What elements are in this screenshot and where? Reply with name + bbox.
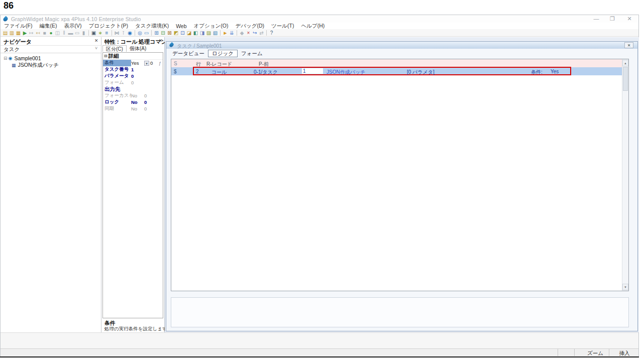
menu-item[interactable]: 表示(V) xyxy=(60,23,85,30)
toolbar-icon[interactable]: ↪ xyxy=(252,30,258,36)
toolbar-icon[interactable]: ◫ xyxy=(54,30,61,36)
toolbar-icon[interactable]: ▭ xyxy=(143,30,150,36)
property-row[interactable]: 条件Yes▾0ƒ xyxy=(103,60,163,66)
property-row[interactable]: フォーカスを保持No0 xyxy=(103,92,163,99)
toolbar-icon[interactable]: ▤ xyxy=(2,30,9,36)
toolbar-icon[interactable]: ▶ xyxy=(22,30,28,36)
toolbar-icon[interactable]: ⋈ xyxy=(114,30,120,36)
toolbar-icon[interactable]: ◉ xyxy=(127,30,133,36)
toolbar-icon[interactable]: ◨ xyxy=(199,30,205,36)
toolbar-icon[interactable]: ≡ xyxy=(103,30,110,36)
toolbar-icon[interactable]: ▭ xyxy=(74,30,80,36)
toolbar-icon[interactable]: ⊠ xyxy=(166,30,173,36)
row-task-name-cell[interactable]: JSON作成バッチ xyxy=(327,69,365,76)
toolbar-icon[interactable]: ■ xyxy=(41,30,48,36)
menu-item[interactable]: プロジェクト(P) xyxy=(85,23,131,30)
tree-expander-icon[interactable]: ⊟ xyxy=(4,56,8,61)
toolbar-icon[interactable]: ↦ xyxy=(28,30,35,36)
navigator-close-icon[interactable]: ✕ xyxy=(94,38,98,43)
scroll-up-icon[interactable]: ▲ xyxy=(622,60,628,66)
toolbar-icon[interactable]: ⊡ xyxy=(179,30,186,36)
toolbar-icon[interactable]: ▨ xyxy=(205,30,212,36)
tree-item[interactable]: ▦JSON作成バッチ xyxy=(1,62,101,69)
toolbar-icon[interactable]: ◪ xyxy=(186,30,192,36)
vertical-scrollbar[interactable] xyxy=(622,59,628,291)
scrollbar-thumb[interactable] xyxy=(623,67,628,91)
property-value[interactable]: No xyxy=(131,99,144,105)
navigator-selector-value[interactable]: タスク xyxy=(4,46,20,53)
task-editor-titlebar[interactable] xyxy=(166,42,637,49)
chevron-down-icon[interactable]: ˅ xyxy=(95,46,97,51)
toolbar-icon[interactable]: ◧ xyxy=(192,30,199,36)
toolbar-icon[interactable]: ◩ xyxy=(173,30,179,36)
collapse-icon[interactable]: ⊟ xyxy=(104,54,108,58)
editor-tab-inactive[interactable]: データビュー xyxy=(169,50,208,57)
toolbar-icon[interactable]: ▬ xyxy=(67,30,74,36)
property-row[interactable]: パラメータ0 xyxy=(103,73,163,79)
property-value[interactable]: 0 xyxy=(131,80,144,85)
toolbar-icon[interactable]: ⊞ xyxy=(153,30,160,36)
property-value[interactable]: No xyxy=(131,93,144,98)
scroll-down-icon[interactable]: ▼ xyxy=(622,284,628,290)
logic-unit-header-row[interactable] xyxy=(171,59,622,67)
toolbar-icon[interactable]: ▣ xyxy=(90,30,97,36)
toolbar-icon[interactable]: ▮ xyxy=(80,30,87,36)
toolbar-separator xyxy=(151,30,152,36)
toolbar-icon[interactable]: ∗ xyxy=(97,30,103,36)
menu-item[interactable]: 編集(E) xyxy=(36,23,60,30)
row-condition-value[interactable]: Yes xyxy=(551,69,559,74)
toolbar-icon[interactable]: ▥ xyxy=(9,30,15,36)
minimize-button[interactable]: — xyxy=(591,16,602,22)
property-value[interactable]: No xyxy=(131,106,144,111)
toolbar-icon[interactable]: ⇄ xyxy=(258,30,265,36)
menu-item[interactable]: ファイル(F) xyxy=(1,23,36,30)
properties-tab[interactable]: 区分(C) xyxy=(102,45,127,52)
property-row[interactable]: 出力先 xyxy=(103,86,163,92)
statusbar-zoom-cell[interactable]: ズーム xyxy=(583,350,608,357)
property-value[interactable]: 0 xyxy=(131,73,144,79)
properties-tab[interactable]: 個体(A) xyxy=(127,45,149,52)
menu-item[interactable]: ヘルプ(H) xyxy=(297,23,328,30)
menu-item[interactable]: Web xyxy=(172,23,190,29)
toolbar-icon[interactable]: × xyxy=(245,30,252,36)
property-row[interactable]: フォーム0 xyxy=(103,79,163,86)
combo-dropdown-icon[interactable]: ▾ xyxy=(144,61,149,66)
toolbar-icon[interactable]: ● xyxy=(48,30,54,36)
statusbar-insert-mode-cell[interactable]: 挿入 xyxy=(614,350,635,357)
property-row[interactable]: ロックNo0 xyxy=(103,99,163,105)
maximize-button[interactable]: ❐ xyxy=(607,16,618,22)
editor-tab-active[interactable]: ロジック xyxy=(208,50,238,57)
menu-item[interactable]: デバッグ(D) xyxy=(232,23,268,30)
toolbar-icon[interactable]: ‖ xyxy=(61,30,67,36)
editor-tab-inactive[interactable]: フォーム xyxy=(238,50,266,57)
toolbar-icon[interactable]: ◎ xyxy=(137,30,143,36)
toolbar-icon[interactable]: ↤ xyxy=(35,30,41,36)
tree-item[interactable]: ⊟◉Sample001 xyxy=(1,55,101,62)
toolbar-icon[interactable]: ▦ xyxy=(15,30,22,36)
toolbar-icon[interactable]: ▧ xyxy=(212,30,219,36)
toolbar-icon[interactable]: ⊟ xyxy=(160,30,166,36)
property-row[interactable]: 同期No0 xyxy=(103,105,163,112)
row-task-number-input[interactable]: 1 xyxy=(302,68,323,74)
properties-close-icon[interactable]: ✕ xyxy=(159,38,163,43)
row-parameters-cell[interactable]: [0 パラメタ] xyxy=(407,69,435,76)
toolbar-icon[interactable]: ⇊ xyxy=(229,30,235,36)
toolbar-icon[interactable]: ◆ xyxy=(239,30,245,36)
toolbar-icon[interactable]: ? xyxy=(268,30,275,36)
close-button[interactable]: ✕ xyxy=(624,16,635,22)
menu-item[interactable]: ツール(T) xyxy=(268,23,297,30)
property-group-row[interactable]: ⊟ 詳細 xyxy=(103,53,163,60)
row-call-type-cell[interactable]: 0-1/タスク xyxy=(254,69,278,76)
property-value[interactable]: Yes xyxy=(131,60,144,66)
property-number: 0 xyxy=(150,60,158,66)
property-value[interactable]: 1 xyxy=(131,67,144,72)
toolbar-icon[interactable]: ► xyxy=(222,30,229,36)
menu-item[interactable]: オプション(O) xyxy=(190,23,232,30)
property-description-text: 処理の実行条件を設定します xyxy=(104,326,167,332)
toolbar-icon[interactable]: ⊺ xyxy=(120,30,127,36)
menu-item[interactable]: タスク環境(K) xyxy=(132,23,172,30)
row-operation-cell[interactable]: コール xyxy=(211,69,227,76)
expression-icon[interactable]: ƒ xyxy=(159,61,161,66)
property-row[interactable]: タスク番号1 xyxy=(103,66,163,73)
task-editor-close-button[interactable]: ✕ xyxy=(624,42,633,48)
